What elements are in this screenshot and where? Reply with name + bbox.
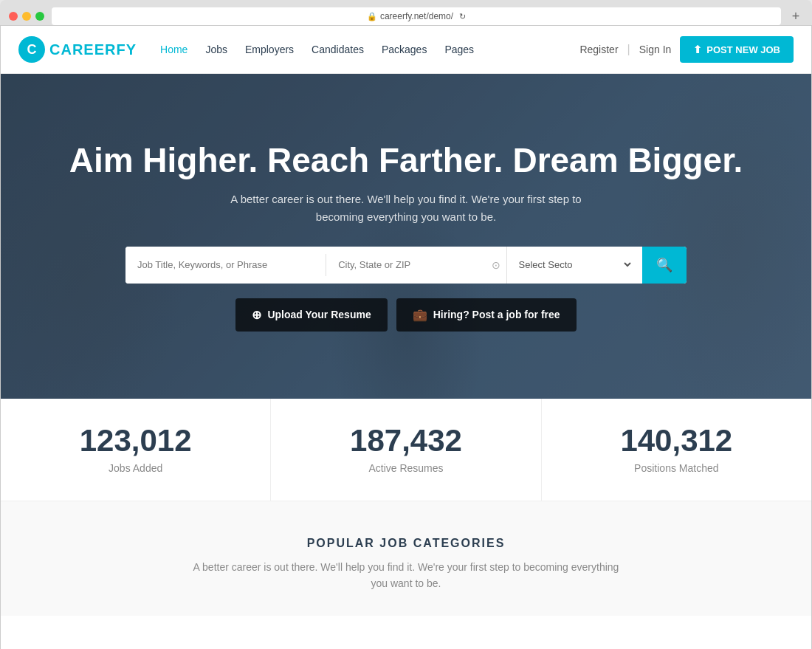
logo-icon: C xyxy=(18,36,45,63)
page-wrapper: C CAREERFY Home Jobs Employers Candidate… xyxy=(0,26,812,649)
sector-select[interactable]: Select Secto Technology Finance Healthca… xyxy=(516,258,633,271)
navigation: C CAREERFY Home Jobs Employers Candidate… xyxy=(1,26,811,74)
search-job-input[interactable] xyxy=(125,247,326,284)
minimize-button[interactable] xyxy=(22,12,31,21)
browser-chrome: 🔒 careerfy.net/demo/ ↻ + xyxy=(0,0,812,26)
stats-section: 123,012 Jobs Added 187,432 Active Resume… xyxy=(1,399,811,501)
reload-icon: ↻ xyxy=(459,12,466,21)
register-link[interactable]: Register xyxy=(579,44,618,55)
hero-subtitle: A better career is out there. We'll help… xyxy=(221,190,591,226)
hero-title: Aim Higher. Reach Farther. Dream Bigger. xyxy=(16,141,796,180)
stat-jobs-number: 123,012 xyxy=(16,425,255,456)
stat-resumes-number: 187,432 xyxy=(286,425,526,456)
stat-positions-label: Positions Matched xyxy=(557,462,796,474)
popular-subtitle: A better career is out there. We'll help… xyxy=(192,559,620,592)
hero-content: Aim Higher. Reach Farther. Dream Bigger.… xyxy=(1,141,811,332)
search-sector-wrapper: Select Secto Technology Finance Healthca… xyxy=(506,247,642,284)
post-job-button[interactable]: ⬆ POST NEW JOB xyxy=(680,36,794,63)
nav-jobs[interactable]: Jobs xyxy=(205,44,227,55)
nav-employers[interactable]: Employers xyxy=(245,44,294,55)
nav-divider: | xyxy=(627,43,630,56)
post-job-free-button[interactable]: 💼 Hiring? Post a job for free xyxy=(396,298,577,332)
stat-jobs: 123,012 Jobs Added xyxy=(1,399,271,501)
search-city-input[interactable] xyxy=(326,247,491,284)
upload-icon: ⬆ xyxy=(693,44,702,55)
new-tab-button[interactable]: + xyxy=(788,9,803,24)
popular-section: POPULAR JOB CATEGORIES A better career i… xyxy=(1,501,811,616)
logo-text: CAREERFY xyxy=(49,41,137,58)
stat-resumes-label: Active Resumes xyxy=(286,462,526,474)
traffic-lights xyxy=(9,12,44,21)
nav-home[interactable]: Home xyxy=(160,44,187,55)
search-bar: ⊙ Select Secto Technology Finance Health… xyxy=(125,247,687,284)
nav-packages[interactable]: Packages xyxy=(382,44,427,55)
url-text: careerfy.net/demo/ xyxy=(380,11,453,21)
upload-resume-button[interactable]: ⊕ Upload Your Resume xyxy=(235,298,387,332)
briefcase-icon: 💼 xyxy=(413,308,427,322)
close-button[interactable] xyxy=(9,12,18,21)
sign-in-link[interactable]: Sign In xyxy=(639,44,672,55)
nav-pages[interactable]: Pages xyxy=(444,44,474,55)
nav-candidates[interactable]: Candidates xyxy=(312,44,364,55)
logo[interactable]: C CAREERFY xyxy=(18,36,137,63)
nav-links: Home Jobs Employers Candidates Packages … xyxy=(160,44,474,55)
lock-icon: 🔒 xyxy=(367,12,377,21)
stat-positions-number: 140,312 xyxy=(557,425,796,456)
address-bar[interactable]: 🔒 careerfy.net/demo/ ↻ xyxy=(52,7,781,25)
search-button[interactable]: 🔍 xyxy=(642,247,687,284)
hero-section: Aim Higher. Reach Farther. Dream Bigger.… xyxy=(1,74,811,399)
stat-positions: 140,312 Positions Matched xyxy=(542,399,811,501)
stat-resumes: 187,432 Active Resumes xyxy=(271,399,541,501)
nav-right: Register | Sign In ⬆ POST NEW JOB xyxy=(579,36,794,63)
location-icon: ⊙ xyxy=(492,259,506,271)
search-icon: 🔍 xyxy=(656,257,672,273)
upload-resume-icon: ⊕ xyxy=(252,308,261,322)
stat-jobs-label: Jobs Added xyxy=(16,462,255,474)
hero-ctas: ⊕ Upload Your Resume 💼 Hiring? Post a jo… xyxy=(16,298,796,332)
popular-title: POPULAR JOB CATEGORIES xyxy=(18,537,794,550)
maximize-button[interactable] xyxy=(35,12,44,21)
